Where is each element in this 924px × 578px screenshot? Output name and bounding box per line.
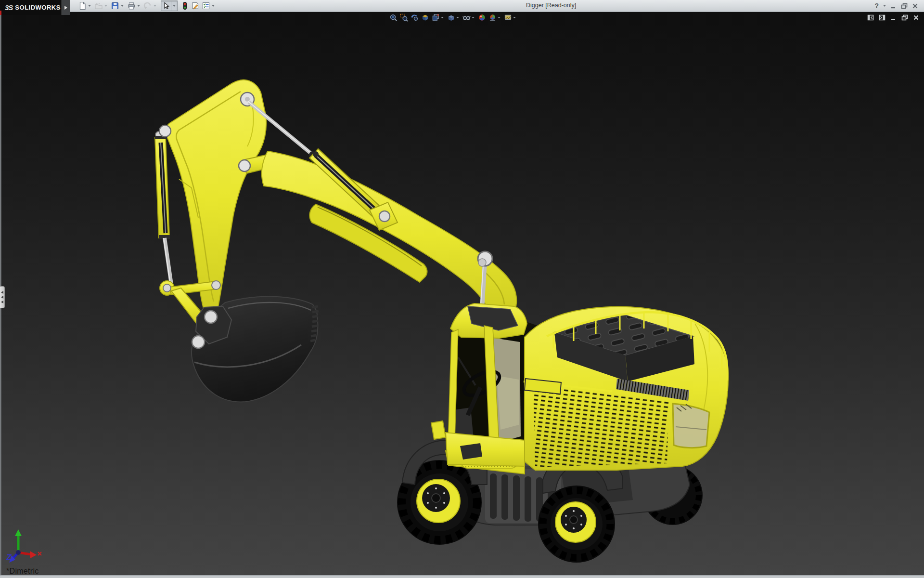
standard-toolbar: [77, 0, 217, 12]
orientation-triad: [7, 529, 41, 563]
select-cursor-icon: [162, 1, 170, 10]
rebuild-icon: [191, 1, 200, 10]
select-tool-button[interactable]: [161, 1, 171, 11]
section-view-button[interactable]: [420, 13, 430, 22]
hide-show-items-button[interactable]: [462, 13, 471, 22]
collapsed-panel-tab[interactable]: [0, 286, 5, 308]
minimize-document-button[interactable]: [890, 14, 897, 23]
toggle-right-pane-icon: [879, 14, 886, 21]
apex-pin-hub: [245, 97, 250, 102]
close-document-button[interactable]: [913, 14, 919, 23]
hide-show-items-icon: [462, 13, 471, 22]
boom-clevis-pin[interactable]: [239, 160, 250, 171]
select-tool-group: [161, 0, 178, 11]
save-button[interactable]: [110, 1, 120, 11]
rear-window[interactable]: [673, 404, 709, 448]
excavator-model[interactable]: [155, 80, 728, 563]
save-dropdown[interactable]: [121, 5, 124, 7]
cab-vent: [460, 443, 482, 460]
print-icon: [127, 1, 136, 10]
window-controls: ?: [874, 0, 918, 12]
document-window-controls: [867, 14, 919, 23]
toggle-left-pane-icon: [867, 14, 874, 21]
view-orientation-button[interactable]: [431, 13, 440, 22]
titlebar: Digger [Read-only] ?: [0, 0, 924, 12]
display-style-button[interactable]: [446, 13, 456, 22]
help-dropdown[interactable]: [883, 5, 886, 7]
new-document-button[interactable]: [77, 1, 87, 11]
toggle-right-pane-button[interactable]: [879, 14, 886, 23]
undo-icon: [143, 1, 152, 10]
zoom-to-fit-button[interactable]: [388, 13, 398, 22]
minimize-document-icon: [890, 14, 897, 21]
print-dropdown[interactable]: [137, 5, 140, 7]
apply-scene-button[interactable]: [488, 13, 497, 22]
display-style-dropdown[interactable]: [456, 17, 459, 18]
heads-up-view-toolbar: [388, 13, 518, 22]
restore-icon: [901, 3, 908, 9]
new-document-dropdown[interactable]: [88, 5, 91, 7]
new-document-icon: [78, 1, 87, 10]
open-document-dropdown[interactable]: [104, 5, 107, 7]
logo-accent: [0, 11, 1, 15]
previous-view-button[interactable]: [410, 13, 419, 22]
select-tool-dropdown[interactable]: [171, 1, 177, 11]
window-title: Digger [Read-only]: [526, 2, 576, 9]
undo-button[interactable]: [143, 1, 153, 11]
view-orientation-dropdown[interactable]: [441, 17, 444, 18]
solidworks-window: Digger [Read-only] ? 3: [0, 0, 924, 578]
view-settings-icon: [504, 13, 512, 22]
boom-arm[interactable]: [243, 151, 516, 321]
bucket-cylinder[interactable]: [155, 131, 172, 291]
zoom-to-area-button[interactable]: [399, 13, 409, 22]
flyout-arrow-icon: [64, 6, 67, 10]
hide-show-items-dropdown[interactable]: [472, 17, 475, 18]
brand-text: SOLIDWORKS: [15, 4, 61, 11]
plate-left-pin[interactable]: [159, 125, 171, 137]
print-button[interactable]: [127, 1, 136, 11]
close-icon: [912, 3, 918, 9]
view-settings-dropdown[interactable]: [513, 17, 516, 18]
help-button[interactable]: ?: [874, 2, 879, 9]
rebuild-button[interactable]: [191, 1, 200, 11]
collapse-arrow-icon: [1, 296, 3, 299]
seat-cushion: [497, 376, 519, 430]
toggle-left-pane-button[interactable]: [867, 14, 874, 23]
boom-end-pin-hub: [478, 259, 486, 266]
graphics-area[interactable]: *Dimetric: [0, 12, 924, 578]
triad-x-label: [38, 552, 41, 555]
edit-appearance-button[interactable]: [477, 13, 487, 22]
apply-scene-dropdown[interactable]: [498, 17, 500, 18]
traffic-light-icon: [180, 1, 189, 10]
triad-y-arrow: [15, 529, 22, 536]
close-button[interactable]: [912, 3, 918, 9]
upper-body[interactable]: [524, 307, 728, 470]
view-orientation-label: *Dimetric: [6, 567, 39, 576]
triad-origin: [16, 550, 21, 555]
save-icon: [111, 1, 119, 10]
restore-button[interactable]: [901, 3, 908, 9]
open-document-button[interactable]: [94, 1, 103, 11]
minimize-button[interactable]: [890, 3, 897, 9]
section-view-icon: [421, 13, 429, 22]
mirror: [431, 421, 446, 439]
model-scene: [0, 12, 924, 578]
traffic-light-button[interactable]: [180, 1, 190, 11]
view-settings-button[interactable]: [503, 13, 513, 22]
solidworks-logo: 3S SOLIDWORKS: [0, 0, 61, 15]
triad-x-arrow: [30, 551, 37, 558]
restore-document-icon: [901, 14, 908, 21]
triad-z-label: [7, 555, 11, 559]
statusbar-edge: [0, 575, 924, 578]
wheel-rear-left[interactable]: [538, 486, 615, 563]
undo-dropdown[interactable]: [154, 5, 156, 7]
menu-flyout-tab[interactable]: [61, 0, 70, 15]
display-style-icon: [447, 13, 455, 22]
options-button[interactable]: [201, 1, 211, 11]
options-dropdown[interactable]: [212, 5, 215, 7]
previous-view-icon: [411, 13, 419, 22]
view-orientation-icon: [432, 13, 440, 22]
apply-scene-icon: [488, 13, 497, 22]
brand-mark: 3S: [5, 3, 13, 12]
restore-document-button[interactable]: [901, 14, 908, 23]
